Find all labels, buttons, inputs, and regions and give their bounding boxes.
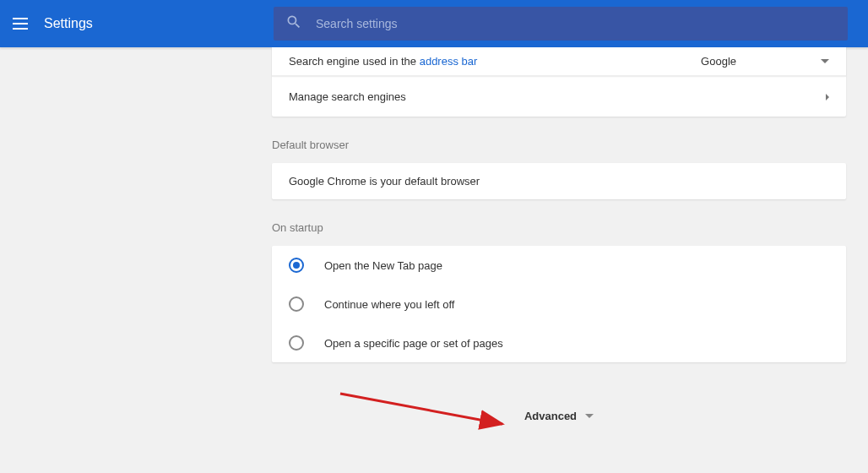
default-browser-heading: Default browser (272, 139, 846, 151)
startup-option-specific[interactable]: Open a specific page or set of pages (272, 323, 846, 362)
startup-option-label: Open a specific page or set of pages (324, 337, 503, 350)
page-title: Settings (44, 16, 93, 31)
startup-card: Open the New Tab page Continue where you… (272, 246, 846, 362)
manage-search-engines-row[interactable]: Manage search engines (272, 76, 846, 117)
default-browser-status: Google Chrome is your default browser (289, 175, 480, 188)
manage-search-engines-label: Manage search engines (289, 90, 826, 103)
search-box[interactable] (274, 7, 848, 41)
startup-option-label: Open the New Tab page (324, 259, 442, 272)
startup-option-label: Continue where you left off (324, 298, 454, 311)
radio-unchecked-icon[interactable] (289, 335, 304, 351)
startup-option-continue[interactable]: Continue where you left off (272, 285, 846, 323)
settings-content: Search engine used in the address bar Go… (272, 47, 846, 432)
search-engine-selected: Google (701, 55, 736, 68)
search-input[interactable] (316, 17, 836, 30)
advanced-toggle[interactable]: Advanced (272, 383, 846, 432)
search-engine-row[interactable]: Search engine used in the address bar Go… (272, 47, 846, 76)
dropdown-caret-icon[interactable] (821, 59, 829, 63)
address-bar-link[interactable]: address bar (420, 55, 478, 68)
search-engine-card: Search engine used in the address bar Go… (272, 47, 846, 117)
startup-option-newtab[interactable]: Open the New Tab page (272, 246, 846, 285)
header-bar: Settings (0, 0, 868, 47)
chevron-down-icon (585, 414, 594, 418)
search-icon (285, 14, 302, 34)
menu-icon[interactable] (10, 14, 30, 34)
startup-heading: On startup (272, 221, 846, 234)
chevron-right-icon (826, 94, 829, 101)
default-browser-card: Google Chrome is your default browser (272, 163, 846, 199)
radio-unchecked-icon[interactable] (289, 296, 304, 312)
search-engine-label: Search engine used in the address bar (289, 55, 701, 68)
radio-checked-icon[interactable] (289, 258, 304, 273)
advanced-label: Advanced (524, 410, 577, 422)
